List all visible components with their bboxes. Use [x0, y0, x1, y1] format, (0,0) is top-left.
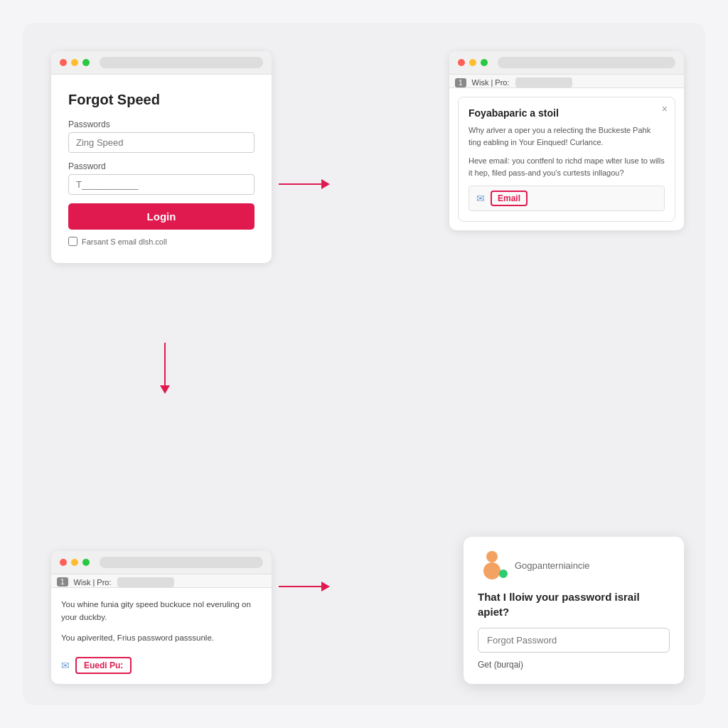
arrow-right-2: [279, 582, 330, 592]
tab-url-bar: [515, 77, 572, 87]
dot-red-3: [60, 559, 67, 566]
remember-row: Farsant S email dlsh.coll: [68, 237, 255, 246]
dot-yellow: [71, 59, 78, 66]
mail-icon: ✉: [476, 193, 485, 204]
username-label: Passwords: [68, 119, 255, 129]
panel2-email-row: ✉ Euedi Pu:: [51, 651, 272, 684]
forgot-password-input[interactable]: [478, 628, 670, 653]
tab-num-2: 1: [57, 577, 68, 587]
dot-yellow-2: [469, 59, 476, 66]
email-button-2[interactable]: Euedi Pu:: [75, 657, 132, 674]
avatar-head: [486, 551, 498, 562]
dialog-question: That I lloiw your password israil apiet?: [478, 589, 670, 619]
avatar-body: [483, 562, 500, 579]
close-icon[interactable]: ×: [662, 103, 668, 114]
arrow-down-1: [160, 343, 170, 394]
dialog-header: Gogpanterniaincie: [478, 551, 670, 579]
email-panel-2: 1 Wisk | Pro: You whine funia gity speed…: [51, 551, 272, 684]
login-button[interactable]: Login: [68, 203, 255, 230]
arrow-down-head: [160, 385, 170, 394]
dot-green: [82, 59, 90, 66]
tab-bar: 1 Wisk | Pro:: [449, 75, 684, 88]
popup-title: Foyabaparic a stoil: [469, 107, 665, 119]
login-panel: Forgot Speed Passwords Password Login Fa…: [51, 51, 272, 263]
popup-body-1: Why arlver a oper you a relecting the Bu…: [469, 124, 665, 148]
dialog-panel: Gogpanterniaincie That I lloiw your pass…: [464, 537, 684, 684]
dot-red-2: [458, 59, 465, 66]
email-button[interactable]: Email: [491, 191, 528, 206]
panel2-text-1: You whine funia gity speed buckuce nol e…: [61, 598, 262, 624]
arrow-down-line: [164, 343, 166, 385]
popup-box: × Foyabaparic a stoil Why arlver a oper …: [458, 97, 675, 222]
url-bar-3: [100, 557, 263, 568]
service-name: Gogpanterniaincie: [515, 560, 590, 571]
remember-label: Farsant S email dlsh.coll: [82, 237, 167, 246]
tab-url-bar-2: [117, 577, 174, 587]
dot-yellow-3: [71, 559, 78, 566]
password-label: Password: [68, 161, 255, 171]
panel2-body: You whine funia gity speed buckuce nol e…: [51, 588, 272, 651]
dot-green-2: [481, 59, 488, 66]
email-panel: 1 Wisk | Pro: × Foyabaparic a stoil Why …: [449, 51, 684, 230]
popup-body-2: Heve email: you contfenl to richd mape w…: [469, 155, 665, 178]
arrow-head-1: [321, 179, 330, 189]
panel2-text-2: You apiverited, Frius password passsunle…: [61, 631, 262, 644]
username-input[interactable]: [68, 132, 255, 153]
tab-label: Wisk | Pro:: [472, 78, 510, 87]
email-input-row: ✉ Email: [469, 186, 665, 211]
login-title: Forgot Speed: [68, 92, 255, 108]
login-form: Forgot Speed Passwords Password Login Fa…: [51, 75, 272, 263]
arrow-right-1: [279, 179, 330, 189]
url-bar-2: [498, 57, 675, 68]
avatar-badge: [499, 569, 508, 578]
tab-bar-2: 1 Wisk | Pro:: [51, 574, 272, 588]
avatar: [478, 551, 506, 579]
dialog-footer: Get (burqai): [478, 660, 670, 670]
browser-titlebar-email: [449, 51, 684, 75]
browser-titlebar-3: [51, 551, 272, 574]
tab-num: 1: [455, 78, 466, 87]
main-canvas: Forgot Speed Passwords Password Login Fa…: [23, 23, 705, 705]
remember-checkbox[interactable]: [68, 237, 77, 246]
arrow-head-2: [321, 582, 330, 592]
dot-green-3: [82, 559, 90, 566]
mail-icon-2: ✉: [61, 660, 70, 671]
url-bar: [100, 57, 263, 68]
dot-red: [60, 59, 67, 66]
arrow-line-1: [279, 183, 321, 185]
tab-label-2: Wisk | Pro:: [74, 578, 112, 587]
browser-titlebar-login: [51, 51, 272, 75]
password-input[interactable]: [68, 174, 255, 195]
arrow-line-2: [279, 586, 321, 587]
